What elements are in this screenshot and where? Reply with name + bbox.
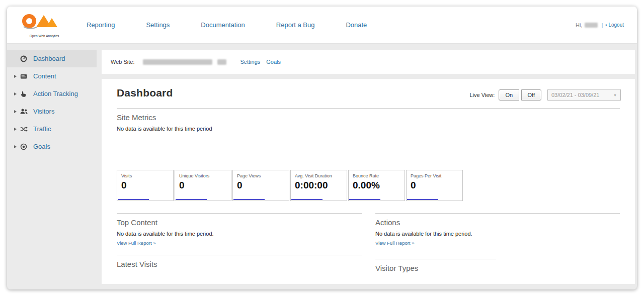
users-icon [20, 108, 30, 115]
metric-label: Visits [121, 173, 169, 178]
live-view-on-button[interactable]: On [499, 89, 519, 101]
site-metrics-empty-message: No data is available for this time perio… [117, 126, 620, 132]
metric-label: Avg. Visit Duration [295, 173, 343, 178]
metric-box-avg-visit-duration: Avg. Visit Duration 0:00:00 [290, 170, 347, 201]
shuffle-icon [20, 126, 30, 132]
section-title-actions: Actions [375, 218, 620, 227]
redacted-site-selector [217, 59, 226, 65]
top-content-empty-message: No data is available for this time perio… [117, 231, 362, 237]
metric-value: 0:00:00 [295, 180, 343, 191]
metric-box-visits: Visits 0 [117, 170, 174, 201]
section-title-visitor-types: Visitor Types [375, 264, 620, 272]
divider [117, 108, 620, 109]
sparkline [349, 199, 380, 200]
logo-text: Open Web Analytics [19, 34, 69, 38]
target-icon [20, 143, 30, 150]
section-title-top-content: Top Content [117, 218, 362, 227]
sidebar-item-goals[interactable]: Goals [7, 138, 97, 155]
live-view-off-button[interactable]: Off [521, 89, 541, 101]
live-view-label: Live View: [469, 92, 495, 98]
nav-reporting[interactable]: Reporting [87, 21, 115, 29]
top-header: Open Web Analytics Reporting Settings Do… [7, 7, 637, 44]
divider [117, 213, 362, 214]
section-title-latest-visits: Latest Visits [117, 260, 362, 268]
section-title-site-metrics: Site Metrics [117, 113, 620, 122]
divider [117, 255, 362, 255]
sidebar-item-label: Action Tracking [33, 90, 78, 97]
sidebar-item-content[interactable]: Content [7, 67, 97, 85]
divider [375, 259, 496, 259]
date-range-value: 03/02/21 - 03/09/21 [551, 92, 599, 98]
owa-logo: Open Web Analytics [19, 13, 69, 38]
expand-arrow-icon [14, 128, 20, 131]
sidebar-item-label: Content [33, 72, 56, 80]
right-column: Actions No data is available for this ti… [375, 213, 620, 274]
app-window: Open Web Analytics Reporting Settings Do… [7, 7, 637, 289]
metric-box-bounce-rate: Bounce Rate 0.00% [348, 170, 405, 201]
metric-label: Page Views [237, 173, 285, 178]
metric-value: 0 [237, 180, 285, 191]
user-box: Hi, | • Logout [576, 22, 624, 28]
expand-arrow-icon [14, 92, 20, 95]
metric-label: Pages Per Visit [411, 173, 458, 178]
logout-link[interactable]: Logout [608, 22, 624, 28]
sparkline [407, 199, 438, 200]
metric-value: 0 [179, 180, 227, 191]
sidebar-item-label: Visitors [33, 108, 54, 115]
live-view-toggle: On Off [499, 89, 541, 101]
metric-label: Unique Visitors [179, 173, 227, 178]
nav-settings[interactable]: Settings [146, 21, 170, 29]
metric-value: 0 [411, 180, 458, 191]
user-separator: | [601, 22, 603, 28]
metric-summary-row: Visits 0 Unique Visitors 0 Page Views 0 [117, 170, 620, 201]
owa-logo-icon [21, 13, 67, 32]
sidebar-item-label: Goals [33, 143, 50, 150]
dashboard-panel: Dashboard Live View: On Off 03/02/21 - 0… [102, 79, 635, 284]
sparkline [118, 199, 149, 200]
hand-pointer-icon [20, 90, 30, 97]
main-area: Web Site: Settings Goals Dashboard Live … [97, 44, 637, 289]
sidebar-item-dashboard[interactable]: Dashboard [7, 50, 97, 67]
metric-value: 0.00% [353, 180, 400, 191]
expand-arrow-icon [14, 145, 20, 148]
metric-box-unique-visitors: Unique Visitors 0 [175, 170, 231, 201]
content-icon [20, 73, 30, 80]
sparkline [291, 199, 323, 200]
date-range-select[interactable]: 03/02/21 - 03/09/21 ▼ [547, 89, 621, 101]
nav-report-a-bug[interactable]: Report a Bug [276, 21, 315, 29]
site-selector-bar: Web Site: Settings Goals [102, 50, 635, 74]
sparkline [176, 199, 207, 200]
nav-documentation[interactable]: Documentation [201, 21, 245, 29]
sidebar-item-action-tracking[interactable]: Action Tracking [7, 85, 97, 103]
sidebar-item-visitors[interactable]: Visitors [7, 103, 97, 120]
user-greeting: Hi, [576, 22, 582, 28]
expand-arrow-icon [14, 110, 20, 113]
sidebar: Dashboard Content Action Tracking [7, 44, 97, 289]
divider [375, 213, 620, 214]
site-settings-link[interactable]: Settings [240, 59, 261, 65]
sidebar-item-label: Traffic [33, 125, 51, 133]
sparkline [233, 199, 265, 200]
actions-empty-message: No data is available for this time perio… [375, 231, 620, 237]
left-column: Top Content No data is available for thi… [117, 213, 362, 274]
nav-donate[interactable]: Donate [346, 21, 367, 29]
redacted-site-name [143, 59, 212, 65]
web-site-label: Web Site: [111, 59, 135, 65]
sidebar-item-label: Dashboard [33, 55, 65, 62]
metric-box-pages-per-visit: Pages Per Visit 0 [406, 170, 463, 201]
main-nav: Reporting Settings Documentation Report … [87, 21, 398, 29]
metric-box-page-views: Page Views 0 [232, 170, 289, 201]
sidebar-item-traffic[interactable]: Traffic [7, 120, 97, 138]
site-goals-link[interactable]: Goals [266, 59, 281, 65]
top-content-view-full-report-link[interactable]: View Full Report » [117, 240, 155, 246]
actions-view-full-report-link[interactable]: View Full Report » [375, 240, 414, 246]
metric-label: Bounce Rate [353, 173, 400, 178]
dashboard-icon [20, 55, 30, 62]
dashboard-controls: Live View: On Off 03/02/21 - 03/09/21 ▼ [469, 89, 621, 101]
chevron-down-icon: ▼ [613, 93, 617, 97]
logout-bullet: • [605, 23, 607, 28]
redacted-username [585, 23, 598, 28]
metric-value: 0 [121, 180, 169, 191]
expand-arrow-icon [14, 75, 20, 78]
